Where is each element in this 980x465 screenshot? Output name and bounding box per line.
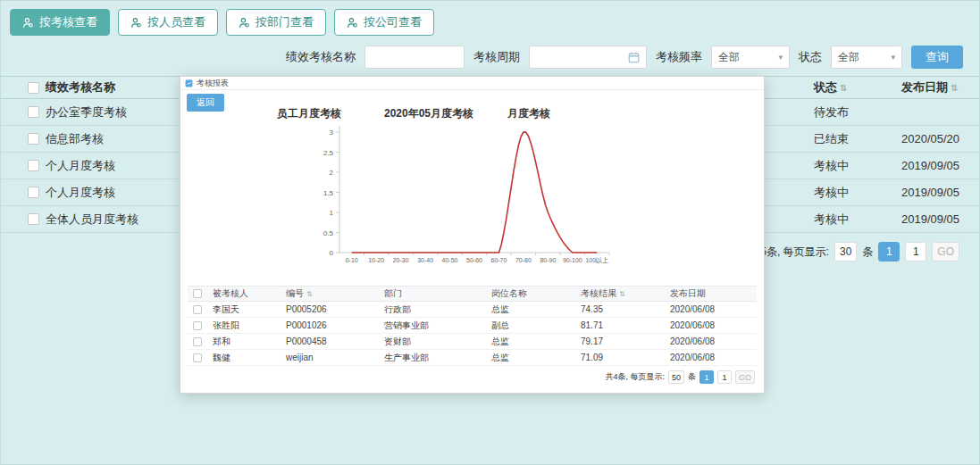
chevron-down-icon: ▾	[778, 53, 783, 62]
row-checkbox[interactable]	[193, 321, 202, 330]
publish-date: 2020/06/08	[670, 304, 757, 314]
modal-column-header[interactable]: 被考核人	[213, 287, 286, 300]
assessment-name-input[interactable]	[364, 46, 465, 69]
row-checkbox[interactable]	[28, 160, 39, 171]
svg-text:0-10: 0-10	[346, 257, 358, 263]
tab-label: 按考核查看	[39, 14, 97, 30]
tab-label: 按人员查看	[147, 14, 205, 30]
tab-by-department[interactable]: 按部门查看	[226, 9, 326, 36]
tab-by-assessment[interactable]: 按考核查看	[10, 9, 110, 36]
employee-id: P0005206	[286, 304, 384, 314]
column-header-date[interactable]: 发布日期⇅	[901, 79, 979, 95]
filter-period-label: 考核周期	[473, 49, 520, 65]
row-checkbox[interactable]	[28, 213, 39, 225]
filter-frequency-label: 考核频率	[656, 49, 702, 65]
svg-text:1.5: 1.5	[323, 189, 334, 197]
search-button[interactable]: 查询	[911, 46, 963, 69]
score: 79.17	[581, 336, 670, 346]
row-checkbox[interactable]	[193, 337, 202, 346]
svg-text:10-20: 10-20	[368, 257, 384, 263]
page-size-input[interactable]: 50	[668, 370, 684, 384]
modal-column-header[interactable]: 发布日期	[670, 287, 757, 300]
modal-table-row: 李国天P0005206行政部总监74.352020/06/08	[188, 302, 757, 318]
sort-icon: ⇅	[951, 83, 958, 93]
page-jump-input[interactable]: 1	[905, 242, 926, 262]
calendar-icon	[628, 52, 640, 63]
sort-icon: ⇅	[306, 290, 313, 298]
svg-text:0.5: 0.5	[323, 229, 334, 237]
svg-text:100以上: 100以上	[585, 257, 608, 263]
column-label: 考核结果	[581, 287, 616, 300]
app-window: 按考核查看按人员查看按部门查看按公司查看 绩效考核名称 考核周期 考核频率 全部…	[0, 0, 980, 465]
modal-pagination: 共4条, 每页显示: 50 条 1 1 GO	[188, 366, 757, 384]
svg-text:80-90: 80-90	[540, 257, 556, 263]
row-checkbox[interactable]	[28, 133, 39, 145]
page-button-1[interactable]: 1	[699, 370, 714, 384]
column-header-status[interactable]: 状态⇅	[814, 79, 901, 95]
svg-text:3: 3	[330, 129, 334, 137]
publish-date: 2019/09/05	[901, 212, 979, 226]
header-checkbox[interactable]	[193, 289, 202, 298]
column-label: 部门	[384, 287, 402, 300]
person-icon	[347, 17, 358, 29]
report-icon	[185, 79, 193, 87]
filter-bar: 绩效考核名称 考核周期 考核频率 全部 ▾ 状态 全部 ▾ 查询	[1, 44, 979, 76]
row-checkbox[interactable]	[193, 305, 202, 314]
sort-icon: ⇅	[619, 290, 625, 298]
publish-date: 2020/05/20	[901, 132, 979, 145]
page-button-1[interactable]: 1	[878, 242, 900, 262]
svg-text:20-30: 20-30	[393, 257, 409, 263]
modal-table-body: 李国天P0005206行政部总监74.352020/06/08张胜阳P00010…	[188, 302, 757, 366]
row-checkbox[interactable]	[193, 353, 202, 362]
frequency-select[interactable]: 全部 ▾	[711, 46, 790, 69]
person-icon	[130, 17, 142, 29]
assessment-period-input[interactable]	[529, 46, 647, 69]
status-text: 考核中	[814, 158, 901, 174]
report-chart: 00.511.522.530-1010-2020-3030-4040-5050-…	[180, 120, 766, 280]
page-jump-input[interactable]: 1	[717, 370, 732, 384]
page-size-input[interactable]: 30	[834, 242, 857, 262]
department: 生产事业部	[384, 352, 491, 364]
modal-column-header[interactable]: 部门	[384, 287, 491, 300]
publish-date: 2019/09/05	[901, 186, 979, 199]
tab-label: 按公司查看	[364, 14, 422, 30]
person-icon	[22, 17, 34, 29]
modal-column-header[interactable]: 岗位名称	[491, 287, 581, 300]
row-checkbox[interactable]	[28, 106, 39, 118]
status-text: 考核中	[814, 185, 901, 201]
tab-by-company[interactable]: 按公司查看	[334, 9, 434, 36]
view-tabs: 按考核查看按人员查看按部门查看按公司查看	[1, 1, 979, 44]
frequency-value: 全部	[718, 50, 740, 65]
svg-text:2: 2	[330, 169, 334, 177]
svg-text:60-70: 60-70	[491, 257, 507, 263]
modal-title-bar: 考核报表	[180, 77, 764, 90]
modal-table-header: 被考核人编号⇅部门岗位名称考核结果⇅发布日期	[188, 286, 757, 302]
status-text: 待发布	[814, 104, 901, 120]
modal-table-row: 魏健weijian生产事业部总监71.092020/06/08	[188, 350, 757, 366]
status-select[interactable]: 全部 ▾	[831, 46, 902, 69]
go-button[interactable]: GO	[735, 370, 755, 384]
modal-column-header[interactable]: 编号⇅	[286, 287, 384, 300]
header-checkbox[interactable]	[28, 82, 39, 94]
svg-text:30-40: 30-40	[417, 257, 433, 263]
publish-date: 2019/09/05	[901, 159, 979, 172]
modal-title: 考核报表	[197, 78, 229, 89]
row-checkbox[interactable]	[28, 187, 39, 198]
position-name: 副总	[491, 320, 581, 332]
filter-status-label: 状态	[799, 49, 822, 65]
tab-by-person[interactable]: 按人员查看	[118, 9, 218, 36]
position-name: 总监	[491, 352, 581, 364]
back-button[interactable]: 返回	[187, 94, 224, 112]
publish-date: 2020/06/08	[670, 353, 757, 362]
position-name: 总监	[491, 336, 581, 348]
go-button[interactable]: GO	[932, 242, 959, 262]
filter-name-label: 绩效考核名称	[286, 49, 356, 65]
column-label: 绩效考核名称	[46, 79, 115, 95]
column-label: 状态	[814, 79, 837, 95]
position-name: 总监	[491, 303, 581, 316]
score: 74.35	[581, 304, 670, 314]
status-text: 考核中	[814, 212, 901, 228]
modal-table-row: 张胜阳P0001026营销事业部副总81.712020/06/08	[188, 318, 757, 334]
publish-date: 2020/06/08	[670, 320, 757, 330]
modal-column-header[interactable]: 考核结果⇅	[581, 287, 670, 300]
